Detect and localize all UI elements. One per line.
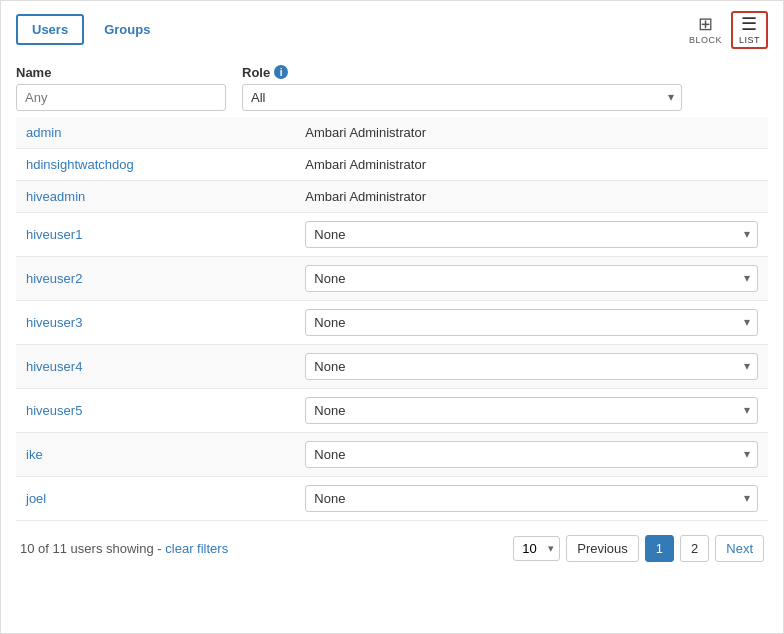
user-name-cell: ike [16, 432, 295, 476]
top-nav: Users Groups ⊞ BLOCK ☰ LIST [16, 11, 768, 49]
name-filter-input[interactable] [16, 84, 226, 111]
table-row: hiveuser4NoneAmbari Administrator▾ [16, 344, 768, 388]
user-link[interactable]: hdinsightwatchdog [26, 157, 134, 172]
tab-users[interactable]: Users [16, 14, 84, 45]
role-filter-col: Role i All Ambari Administrator None ▾ [242, 65, 682, 111]
view-toggle-block[interactable]: ⊞ BLOCK [682, 12, 729, 48]
role-select-wrapper: NoneAmbari Administrator▾ [305, 441, 758, 468]
name-filter-col: Name [16, 65, 226, 111]
page-size-select[interactable]: 10 25 50 [513, 536, 560, 561]
user-name-cell: hiveadmin [16, 180, 295, 212]
user-link[interactable]: hiveuser5 [26, 403, 82, 418]
table-row: ikeNoneAmbari Administrator▾ [16, 432, 768, 476]
footer: 10 of 11 users showing - clear filters 1… [16, 535, 768, 562]
user-name-cell: admin [16, 117, 295, 149]
user-name-cell: hiveuser3 [16, 300, 295, 344]
table-row: hdinsightwatchdogAmbari Administrator [16, 148, 768, 180]
view-toggle-list[interactable]: ☰ LIST [731, 11, 768, 49]
role-filter-select[interactable]: All Ambari Administrator None [242, 84, 682, 111]
user-name-cell: hiveuser1 [16, 212, 295, 256]
footer-info: 10 of 11 users showing - clear filters [20, 541, 228, 556]
filter-row: Name Role i All Ambari Administrator Non… [16, 65, 768, 111]
user-role-cell: NoneAmbari Administrator▾ [295, 212, 768, 256]
page-wrapper: Users Groups ⊞ BLOCK ☰ LIST Name Role i [0, 0, 784, 634]
table-row: hiveuser2NoneAmbari Administrator▾ [16, 256, 768, 300]
user-link[interactable]: hiveuser1 [26, 227, 82, 242]
user-role-cell: NoneAmbari Administrator▾ [295, 476, 768, 520]
page-2-button[interactable]: 2 [680, 535, 709, 562]
user-role-cell: Ambari Administrator [295, 148, 768, 180]
role-select-wrapper: NoneAmbari Administrator▾ [305, 265, 758, 292]
user-link[interactable]: hiveuser3 [26, 315, 82, 330]
table-row: hiveadminAmbari Administrator [16, 180, 768, 212]
user-role-cell: NoneAmbari Administrator▾ [295, 256, 768, 300]
user-role-cell: NoneAmbari Administrator▾ [295, 300, 768, 344]
user-role-select[interactable]: NoneAmbari Administrator [305, 485, 758, 512]
page-1-button[interactable]: 1 [645, 535, 674, 562]
nav-tabs: Users Groups [16, 14, 166, 45]
user-name-cell: hiveuser5 [16, 388, 295, 432]
next-button[interactable]: Next [715, 535, 764, 562]
name-filter-label: Name [16, 65, 226, 80]
user-role-cell: Ambari Administrator [295, 117, 768, 149]
user-link[interactable]: ike [26, 447, 43, 462]
clear-filters-link[interactable]: clear filters [165, 541, 228, 556]
list-icon: ☰ [741, 15, 757, 35]
pagination-controls: 10 25 50 ▾ Previous 1 2 Next [513, 535, 764, 562]
user-link[interactable]: admin [26, 125, 61, 140]
user-role-select[interactable]: NoneAmbari Administrator [305, 265, 758, 292]
user-name-cell: joel [16, 476, 295, 520]
block-icon: ⊞ [698, 15, 713, 35]
role-filter-wrapper: All Ambari Administrator None ▾ [242, 84, 682, 111]
user-link[interactable]: hiveuser4 [26, 359, 82, 374]
list-label: LIST [739, 35, 760, 45]
role-select-wrapper: NoneAmbari Administrator▾ [305, 397, 758, 424]
user-role-cell: NoneAmbari Administrator▾ [295, 388, 768, 432]
user-link[interactable]: hiveuser2 [26, 271, 82, 286]
user-link[interactable]: hiveadmin [26, 189, 85, 204]
user-name-cell: hiveuser4 [16, 344, 295, 388]
user-link[interactable]: joel [26, 491, 46, 506]
user-role-cell: NoneAmbari Administrator▾ [295, 432, 768, 476]
table-row: hiveuser3NoneAmbari Administrator▾ [16, 300, 768, 344]
user-role-select[interactable]: NoneAmbari Administrator [305, 221, 758, 248]
user-role-cell: NoneAmbari Administrator▾ [295, 344, 768, 388]
role-select-wrapper: NoneAmbari Administrator▾ [305, 309, 758, 336]
role-select-wrapper: NoneAmbari Administrator▾ [305, 485, 758, 512]
role-select-wrapper: NoneAmbari Administrator▾ [305, 221, 758, 248]
role-select-wrapper: NoneAmbari Administrator▾ [305, 353, 758, 380]
user-role-cell: Ambari Administrator [295, 180, 768, 212]
table-row: joelNoneAmbari Administrator▾ [16, 476, 768, 520]
showing-text: 10 of 11 users showing [20, 541, 154, 556]
user-role-select[interactable]: NoneAmbari Administrator [305, 353, 758, 380]
page-size-wrapper: 10 25 50 ▾ [513, 536, 560, 561]
table-row: adminAmbari Administrator [16, 117, 768, 149]
table-row: hiveuser5NoneAmbari Administrator▾ [16, 388, 768, 432]
role-info-icon: i [274, 65, 288, 79]
tab-groups[interactable]: Groups [88, 14, 166, 45]
table-row: hiveuser1NoneAmbari Administrator▾ [16, 212, 768, 256]
block-label: BLOCK [689, 35, 722, 45]
user-role-select[interactable]: NoneAmbari Administrator [305, 309, 758, 336]
user-name-cell: hdinsightwatchdog [16, 148, 295, 180]
user-role-select[interactable]: NoneAmbari Administrator [305, 441, 758, 468]
user-table: adminAmbari Administratorhdinsightwatchd… [16, 117, 768, 521]
user-name-cell: hiveuser2 [16, 256, 295, 300]
prev-button[interactable]: Previous [566, 535, 639, 562]
role-filter-label: Role i [242, 65, 682, 80]
user-role-select[interactable]: NoneAmbari Administrator [305, 397, 758, 424]
view-toggles: ⊞ BLOCK ☰ LIST [682, 11, 768, 49]
